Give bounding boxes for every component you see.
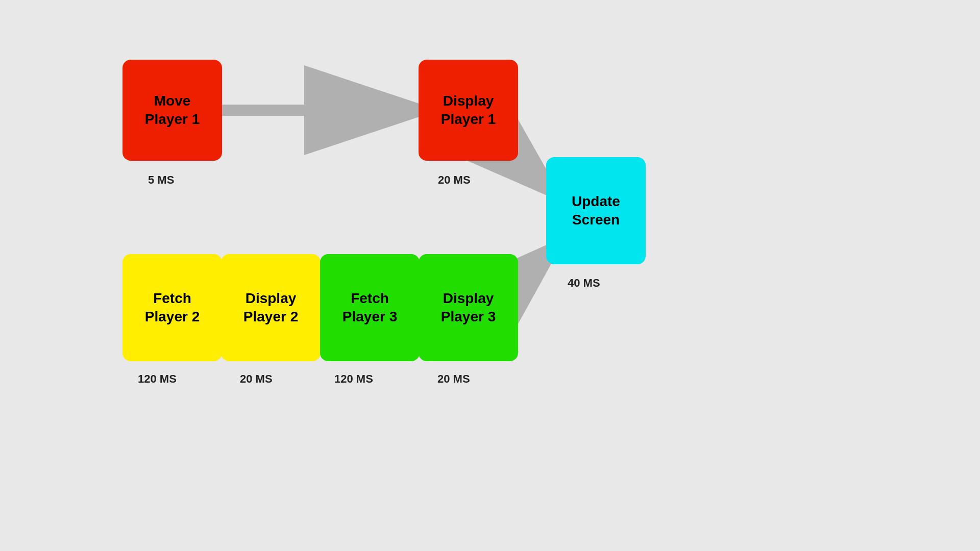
node-fetch-player2[interactable]: FetchPlayer 2 — [122, 254, 222, 361]
arrow-display3-to-update — [518, 251, 550, 281]
node-display-player3[interactable]: DisplayPlayer 3 — [419, 254, 518, 361]
node-move-player1[interactable]: MovePlayer 1 — [122, 60, 222, 161]
node-display-player2-label: DisplayPlayer 2 — [243, 289, 298, 327]
node-display-player1[interactable]: DisplayPlayer 1 — [419, 60, 518, 161]
node-fetch-player2-label: FetchPlayer 2 — [145, 289, 200, 327]
node-fetch-player3[interactable]: FetchPlayer 3 — [320, 254, 420, 361]
node-update-screen-label: UpdateScreen — [572, 192, 620, 230]
label-display-player2-ms: 20 MS — [240, 372, 273, 386]
node-display-player1-label: DisplayPlayer 1 — [441, 92, 496, 129]
arrow-display1-to-update — [518, 161, 549, 189]
node-fetch-player3-label: FetchPlayer 3 — [342, 289, 397, 327]
label-fetch-player2-ms: 120 MS — [138, 372, 177, 386]
label-display-player3-ms: 20 MS — [437, 372, 470, 386]
label-fetch-player3-ms: 120 MS — [334, 372, 373, 386]
node-display-player3-label: DisplayPlayer 3 — [441, 289, 496, 327]
label-display-player1-ms: 20 MS — [438, 173, 471, 187]
node-move-player1-label: MovePlayer 1 — [145, 92, 200, 129]
label-move-player1-ms: 5 MS — [148, 173, 174, 187]
node-update-screen[interactable]: UpdateScreen — [546, 157, 646, 264]
label-update-screen-ms: 40 MS — [568, 277, 600, 290]
node-display-player2[interactable]: DisplayPlayer 2 — [221, 254, 321, 361]
diagram: MovePlayer 1 5 MS DisplayPlayer 1 20 MS … — [0, 0, 980, 551]
